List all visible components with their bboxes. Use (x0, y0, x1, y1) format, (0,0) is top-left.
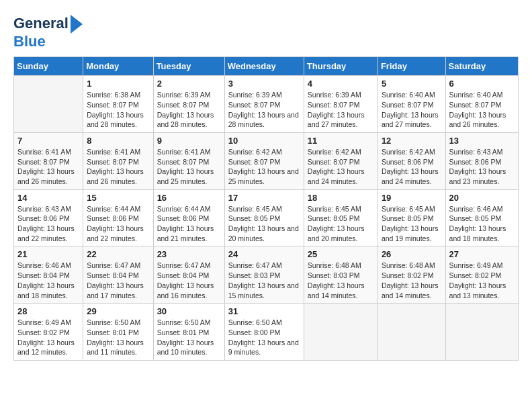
calendar-cell: 27Sunrise: 6:49 AMSunset: 8:02 PMDayligh… (445, 246, 518, 304)
day-header-wednesday: Wednesday (224, 57, 304, 76)
cell-info: Sunrise: 6:42 AMSunset: 8:07 PMDaylight:… (228, 147, 300, 187)
day-number: 30 (157, 306, 221, 316)
cell-info: Sunrise: 6:40 AMSunset: 8:07 PMDaylight:… (449, 90, 515, 130)
calendar-cell: 12Sunrise: 6:42 AMSunset: 8:06 PMDayligh… (378, 132, 445, 189)
calendar-cell (14, 76, 83, 133)
calendar-cell: 25Sunrise: 6:48 AMSunset: 8:03 PMDayligh… (304, 246, 378, 304)
cell-info: Sunrise: 6:43 AMSunset: 8:06 PMDaylight:… (17, 204, 79, 244)
day-number: 20 (449, 193, 515, 203)
calendar-cell: 18Sunrise: 6:45 AMSunset: 8:05 PMDayligh… (304, 189, 378, 246)
calendar-cell: 21Sunrise: 6:46 AMSunset: 8:04 PMDayligh… (14, 246, 83, 304)
calendar-cell: 14Sunrise: 6:43 AMSunset: 8:06 PMDayligh… (14, 189, 83, 246)
day-number: 6 (449, 79, 515, 89)
day-number: 9 (157, 136, 221, 146)
cell-info: Sunrise: 6:45 AMSunset: 8:05 PMDaylight:… (382, 204, 442, 244)
calendar-cell: 26Sunrise: 6:48 AMSunset: 8:02 PMDayligh… (378, 246, 445, 304)
page-header: General Blue (13, 13, 519, 50)
calendar-table: SundayMondayTuesdayWednesdayThursdayFrid… (13, 56, 519, 361)
day-header-friday: Friday (378, 57, 445, 76)
cell-info: Sunrise: 6:47 AMSunset: 8:03 PMDaylight:… (228, 261, 300, 300)
calendar-cell: 30Sunrise: 6:50 AMSunset: 8:01 PMDayligh… (153, 304, 224, 361)
calendar-cell: 9Sunrise: 6:41 AMSunset: 8:07 PMDaylight… (153, 132, 224, 189)
cell-info: Sunrise: 6:44 AMSunset: 8:06 PMDaylight:… (157, 204, 221, 244)
day-header-saturday: Saturday (445, 57, 518, 76)
cell-info: Sunrise: 6:41 AMSunset: 8:07 PMDaylight:… (17, 147, 79, 187)
calendar-cell: 24Sunrise: 6:47 AMSunset: 8:03 PMDayligh… (224, 246, 304, 304)
day-number: 2 (157, 79, 221, 89)
cell-info: Sunrise: 6:40 AMSunset: 8:07 PMDaylight:… (382, 90, 442, 130)
calendar-cell: 10Sunrise: 6:42 AMSunset: 8:07 PMDayligh… (224, 132, 304, 189)
cell-info: Sunrise: 6:50 AMSunset: 8:01 PMDaylight:… (157, 318, 221, 357)
week-row-3: 14Sunrise: 6:43 AMSunset: 8:06 PMDayligh… (14, 189, 519, 246)
calendar-cell: 15Sunrise: 6:44 AMSunset: 8:06 PMDayligh… (83, 189, 153, 246)
day-number: 24 (228, 249, 300, 259)
day-number: 14 (17, 193, 79, 203)
calendar-cell (445, 304, 518, 361)
cell-info: Sunrise: 6:39 AMSunset: 8:07 PMDaylight:… (308, 90, 374, 130)
cell-info: Sunrise: 6:46 AMSunset: 8:05 PMDaylight:… (449, 204, 515, 244)
calendar-cell (378, 304, 445, 361)
cell-info: Sunrise: 6:42 AMSunset: 8:06 PMDaylight:… (382, 147, 442, 187)
day-number: 16 (157, 193, 221, 203)
calendar-cell: 1Sunrise: 6:38 AMSunset: 8:07 PMDaylight… (83, 76, 153, 133)
calendar-cell: 17Sunrise: 6:45 AMSunset: 8:05 PMDayligh… (224, 189, 304, 246)
week-row-5: 28Sunrise: 6:49 AMSunset: 8:02 PMDayligh… (14, 304, 519, 361)
day-header-thursday: Thursday (304, 57, 378, 76)
week-row-4: 21Sunrise: 6:46 AMSunset: 8:04 PMDayligh… (14, 246, 519, 304)
calendar-cell: 8Sunrise: 6:41 AMSunset: 8:07 PMDaylight… (83, 132, 153, 189)
calendar-cell: 11Sunrise: 6:42 AMSunset: 8:07 PMDayligh… (304, 132, 378, 189)
day-number: 31 (228, 306, 300, 316)
cell-info: Sunrise: 6:45 AMSunset: 8:05 PMDaylight:… (308, 204, 374, 244)
cell-info: Sunrise: 6:39 AMSunset: 8:07 PMDaylight:… (228, 90, 300, 130)
cell-info: Sunrise: 6:48 AMSunset: 8:03 PMDaylight:… (308, 261, 374, 300)
logo: General Blue (13, 13, 83, 50)
day-number: 15 (87, 193, 149, 203)
calendar-cell: 23Sunrise: 6:47 AMSunset: 8:04 PMDayligh… (153, 246, 224, 304)
day-number: 23 (157, 249, 221, 259)
cell-info: Sunrise: 6:42 AMSunset: 8:07 PMDaylight:… (308, 147, 374, 187)
calendar-cell: 6Sunrise: 6:40 AMSunset: 8:07 PMDaylight… (445, 76, 518, 133)
day-number: 12 (382, 136, 442, 146)
day-number: 11 (308, 136, 374, 146)
cell-info: Sunrise: 6:39 AMSunset: 8:07 PMDaylight:… (157, 90, 221, 130)
cell-info: Sunrise: 6:49 AMSunset: 8:02 PMDaylight:… (17, 318, 79, 357)
calendar-cell: 5Sunrise: 6:40 AMSunset: 8:07 PMDaylight… (378, 76, 445, 133)
cell-info: Sunrise: 6:47 AMSunset: 8:04 PMDaylight:… (87, 261, 149, 300)
day-number: 27 (449, 249, 515, 259)
calendar-cell: 28Sunrise: 6:49 AMSunset: 8:02 PMDayligh… (14, 304, 83, 361)
calendar-cell: 20Sunrise: 6:46 AMSunset: 8:05 PMDayligh… (445, 189, 518, 246)
day-number: 5 (382, 79, 442, 89)
cell-info: Sunrise: 6:45 AMSunset: 8:05 PMDaylight:… (228, 204, 300, 244)
calendar-cell: 22Sunrise: 6:47 AMSunset: 8:04 PMDayligh… (83, 246, 153, 304)
cell-info: Sunrise: 6:49 AMSunset: 8:02 PMDaylight:… (449, 261, 515, 300)
cell-info: Sunrise: 6:48 AMSunset: 8:02 PMDaylight:… (382, 261, 442, 300)
day-number: 13 (449, 136, 515, 146)
cell-info: Sunrise: 6:38 AMSunset: 8:07 PMDaylight:… (87, 90, 149, 130)
calendar-cell: 3Sunrise: 6:39 AMSunset: 8:07 PMDaylight… (224, 76, 304, 133)
calendar-cell: 16Sunrise: 6:44 AMSunset: 8:06 PMDayligh… (153, 189, 224, 246)
calendar-cell: 19Sunrise: 6:45 AMSunset: 8:05 PMDayligh… (378, 189, 445, 246)
cell-info: Sunrise: 6:41 AMSunset: 8:07 PMDaylight:… (87, 147, 149, 187)
day-number: 8 (87, 136, 149, 146)
calendar-cell (304, 304, 378, 361)
cell-info: Sunrise: 6:44 AMSunset: 8:06 PMDaylight:… (87, 204, 149, 244)
logo-general: General (13, 15, 69, 32)
header-row: SundayMondayTuesdayWednesdayThursdayFrid… (14, 57, 519, 76)
day-number: 25 (308, 249, 374, 259)
calendar-cell: 2Sunrise: 6:39 AMSunset: 8:07 PMDaylight… (153, 76, 224, 133)
cell-info: Sunrise: 6:47 AMSunset: 8:04 PMDaylight:… (157, 261, 221, 300)
week-row-1: 1Sunrise: 6:38 AMSunset: 8:07 PMDaylight… (14, 76, 519, 133)
cell-info: Sunrise: 6:46 AMSunset: 8:04 PMDaylight:… (17, 261, 79, 300)
day-number: 26 (382, 249, 442, 259)
week-row-2: 7Sunrise: 6:41 AMSunset: 8:07 PMDaylight… (14, 132, 519, 189)
day-number: 21 (17, 249, 79, 259)
day-number: 7 (17, 136, 79, 146)
logo-arrow-icon (71, 15, 83, 34)
day-number: 19 (382, 193, 442, 203)
logo-blue: Blue (13, 33, 46, 50)
day-header-sunday: Sunday (14, 57, 83, 76)
cell-info: Sunrise: 6:50 AMSunset: 8:01 PMDaylight:… (87, 318, 149, 357)
calendar-cell: 7Sunrise: 6:41 AMSunset: 8:07 PMDaylight… (14, 132, 83, 189)
day-header-tuesday: Tuesday (153, 57, 224, 76)
calendar-cell: 29Sunrise: 6:50 AMSunset: 8:01 PMDayligh… (83, 304, 153, 361)
